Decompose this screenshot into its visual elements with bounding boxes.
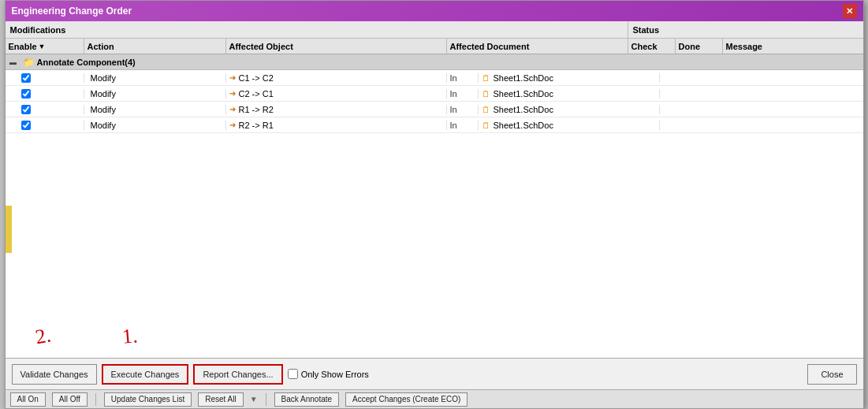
column-headers: Enable ▼ Action Affected Object Affected… — [6, 39, 863, 54]
only-show-errors-container: Only Show Errors — [288, 369, 369, 379]
table-container: Modifications Status Enable ▼ Action Aff… — [6, 21, 863, 358]
only-show-errors-label: Only Show Errors — [301, 370, 369, 379]
arrow-icon-2: ➔ — [229, 89, 236, 98]
enable-sort-icon: ▼ — [39, 43, 46, 50]
table-row: Modify ➔ R1 -> R2 In 🗒 Sheet1.SchDoc — [6, 102, 863, 117]
vertical-ruler — [6, 206, 12, 253]
cell-enable-1 — [6, 73, 84, 83]
cell-action-4: Modify — [84, 121, 226, 130]
col-enable-header[interactable]: Enable ▼ — [6, 39, 84, 54]
cell-in-4: In — [447, 121, 479, 130]
section-header: Modifications Status — [6, 21, 863, 39]
arrow-icon-1: ➔ — [229, 73, 236, 82]
doc-folder-icon-1: 🗒 — [482, 73, 490, 83]
status-section-label: Status — [628, 21, 863, 38]
only-show-errors-checkbox[interactable] — [288, 369, 298, 379]
window-title: Engineering Change Order — [12, 6, 132, 17]
back-annotate-button[interactable]: Back Annotate — [274, 392, 340, 407]
cell-in-1: In — [447, 73, 479, 83]
title-bar: Engineering Change Order ✕ — [6, 1, 863, 21]
cell-obj-3: ➔ R1 -> R2 — [226, 105, 447, 114]
cell-obj-2: ➔ C2 -> C1 — [226, 89, 447, 99]
row1-checkbox[interactable] — [21, 73, 31, 83]
col-affected-obj-header[interactable]: Affected Object — [226, 39, 447, 54]
folder-icon: 📁 — [23, 57, 35, 68]
collapse-icon: ▬ — [9, 58, 17, 66]
modifications-section-label: Modifications — [6, 21, 628, 38]
col-message-header[interactable]: Message — [723, 39, 863, 54]
cell-action-2: Modify — [84, 89, 226, 99]
bottom-action-bar: Validate Changes Execute Changes Report … — [6, 358, 863, 389]
cell-action-3: Modify — [84, 105, 226, 114]
cell-in-2: In — [447, 89, 479, 99]
cell-doc-4: 🗒 Sheet1.SchDoc — [479, 121, 660, 130]
arrow-icon-3: ➔ — [229, 105, 236, 113]
footer-separator — [95, 393, 96, 406]
col-action-header[interactable]: Action — [84, 39, 226, 54]
group-folder-icon: 📁 — [21, 57, 37, 68]
cell-enable-4 — [6, 121, 84, 130]
close-window-button[interactable]: ✕ — [843, 4, 857, 18]
group-label: Annotate Component(4) — [37, 58, 863, 67]
update-changes-list-button[interactable]: Update Changes List — [104, 392, 192, 407]
col-check-header[interactable]: Check — [628, 39, 676, 54]
accept-changes-button[interactable]: Accept Changes (Create ECO) — [345, 392, 468, 407]
group-collapse-button[interactable]: ▬ — [6, 58, 21, 66]
row2-checkbox[interactable] — [21, 89, 31, 99]
arrow-icon-4: ➔ — [229, 121, 236, 129]
cell-doc-2: 🗒 Sheet1.SchDoc — [479, 89, 660, 99]
table-row: Modify ➔ C1 -> C2 In 🗒 Sheet1.SchDoc — [6, 70, 863, 86]
table-row: Modify ➔ C2 -> C1 In 🗒 Sheet1.SchDoc — [6, 86, 863, 102]
cell-action-1: Modify — [84, 73, 226, 83]
footer-separator-2 — [266, 393, 266, 406]
group-header-row[interactable]: ▬ 📁 Annotate Component(4) — [6, 54, 863, 70]
close-button[interactable]: Close — [807, 364, 856, 385]
cell-doc-3: 🗒 Sheet1.SchDoc — [479, 105, 660, 114]
report-changes-button[interactable]: Report Changes... — [193, 364, 282, 385]
all-off-button[interactable]: All Off — [52, 392, 88, 407]
table-row: Modify ➔ R2 -> R1 In 🗒 Sheet1.SchDoc — [6, 117, 863, 133]
cell-obj-4: ➔ R2 -> R1 — [226, 121, 447, 130]
row3-checkbox[interactable] — [21, 105, 31, 114]
all-on-button[interactable]: All On — [10, 392, 46, 407]
cell-enable-3 — [6, 105, 84, 114]
cell-doc-1: 🗒 Sheet1.SchDoc — [479, 73, 660, 83]
footer-bar: All On All Off Update Changes List Reset… — [6, 389, 863, 408]
execute-changes-button[interactable]: Execute Changes — [102, 364, 189, 385]
row4-checkbox[interactable] — [21, 121, 31, 130]
doc-folder-icon-2: 🗒 — [482, 89, 490, 99]
table-body: ▬ 📁 Annotate Component(4) Modify ➔ C1 ->… — [6, 54, 863, 358]
cell-in-3: In — [447, 105, 479, 114]
cell-enable-2 — [6, 89, 84, 99]
validate-changes-button[interactable]: Validate Changes — [12, 364, 97, 385]
col-affected-doc-header[interactable]: Affected Document — [447, 39, 628, 54]
doc-folder-icon-3: 🗒 — [482, 105, 490, 114]
cell-obj-1: ➔ C1 -> C2 — [226, 73, 447, 83]
doc-folder-icon-4: 🗒 — [482, 121, 490, 130]
reset-all-button[interactable]: Reset All — [198, 392, 243, 407]
dropdown-arrow-icon[interactable]: ▼ — [250, 395, 258, 403]
col-done-header[interactable]: Done — [676, 39, 723, 54]
engineering-change-order-window: Engineering Change Order ✕ Modifications… — [5, 0, 864, 409]
